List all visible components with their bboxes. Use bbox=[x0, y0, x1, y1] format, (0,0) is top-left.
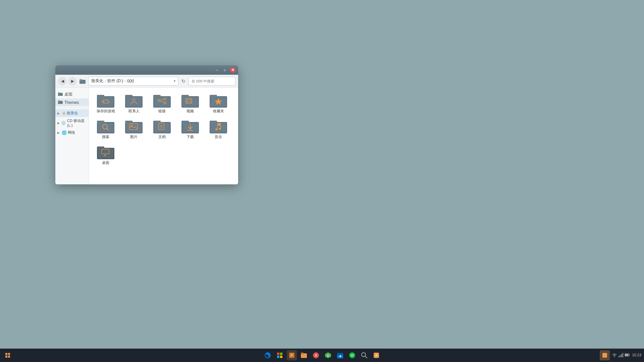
address-part1: 致美化 bbox=[91, 78, 103, 84]
file-item-pictures[interactable]: 图片 bbox=[120, 117, 147, 141]
file-manager-window: − + ✕ ◀ ▶ 致美化 › 软件 (D:) › 000 bbox=[55, 65, 238, 184]
svg-rect-3 bbox=[58, 93, 60, 94]
taskbar-search2[interactable] bbox=[359, 350, 369, 360]
svg-text:M: M bbox=[327, 354, 329, 357]
expand-arrow-zhimeihua: ▶ bbox=[57, 112, 61, 115]
folder-icon-search bbox=[97, 119, 114, 133]
file-label-video: 视频 bbox=[186, 109, 194, 113]
window-controls: − + ✕ bbox=[214, 67, 235, 73]
maximize-button[interactable]: + bbox=[222, 67, 227, 73]
taskbar-app5[interactable]: A bbox=[311, 350, 321, 360]
file-item-links[interactable]: 链接 bbox=[149, 91, 175, 115]
address-dropdown-arrow[interactable]: ▾ bbox=[174, 79, 175, 83]
address-part2: 软件 (D:) bbox=[107, 78, 123, 84]
wifi-icon bbox=[612, 352, 617, 359]
system-tray-icons bbox=[612, 352, 630, 359]
file-label-downloads: 下载 bbox=[186, 135, 194, 139]
svg-rect-75 bbox=[277, 356, 279, 358]
folder-icon-video bbox=[181, 93, 199, 108]
svg-rect-73 bbox=[277, 353, 279, 355]
file-label-documents: 文档 bbox=[158, 135, 166, 139]
back-button[interactable]: ◀ bbox=[58, 77, 67, 85]
folder-icon-downloads bbox=[181, 119, 199, 133]
taskbar-clock: 15:23 bbox=[632, 353, 641, 358]
battery-icon bbox=[625, 352, 630, 359]
taskbar-tray-app[interactable] bbox=[600, 350, 610, 360]
file-label-search: 搜索 bbox=[102, 135, 109, 139]
folder-icon-links bbox=[153, 93, 171, 108]
address-bar[interactable]: 致美化 › 软件 (D:) › 000 ▾ bbox=[88, 77, 178, 85]
sidebar-item-desktop[interactable]: 桌面 bbox=[55, 90, 89, 99]
file-item-contacts[interactable]: 联系人 bbox=[120, 91, 147, 115]
start-button[interactable] bbox=[3, 350, 13, 360]
file-item-downloads[interactable]: 下载 bbox=[177, 117, 204, 141]
svg-text:A: A bbox=[375, 354, 378, 357]
taskbar: P A M ◉ W A bbox=[0, 349, 644, 362]
taskbar-center: P A M ◉ W A bbox=[263, 350, 381, 360]
svg-rect-101 bbox=[625, 354, 628, 356]
svg-point-90 bbox=[362, 353, 366, 357]
sidebar-tree-cd[interactable]: ▶ 💿 CD 驱动器 (L:) bbox=[55, 117, 89, 129]
taskbar-files[interactable] bbox=[299, 350, 309, 360]
taskbar-edge[interactable] bbox=[263, 350, 273, 360]
taskbar-app3[interactable]: P bbox=[287, 350, 297, 360]
refresh-button[interactable]: ↻ bbox=[180, 77, 187, 85]
folder-icon-desktop-folder bbox=[97, 144, 114, 159]
folder-icon bbox=[79, 77, 86, 85]
svg-rect-69 bbox=[98, 148, 114, 159]
svg-point-12 bbox=[107, 101, 108, 101]
sidebar-tree-zhimeihua[interactable]: ▶ 🖥 致美化 bbox=[55, 109, 89, 117]
svg-text:P: P bbox=[291, 354, 293, 357]
forward-button[interactable]: ▶ bbox=[68, 77, 77, 85]
file-item-favorites[interactable]: 收藏夹 bbox=[205, 91, 232, 115]
monitor-icon: 🖥 bbox=[62, 111, 66, 116]
sidebar-divider bbox=[55, 108, 89, 108]
folder-icon-documents bbox=[153, 119, 171, 133]
svg-rect-8 bbox=[98, 97, 114, 107]
folder-icon-pictures bbox=[125, 119, 143, 133]
file-label-pictures: 图片 bbox=[130, 135, 138, 139]
file-label-desktop-folder: 桌面 bbox=[102, 161, 109, 165]
folder-icon-favorites bbox=[210, 93, 227, 108]
sidebar-item-themes[interactable]: Themes bbox=[55, 99, 89, 106]
svg-text:W: W bbox=[351, 353, 354, 357]
expand-arrow-network: ▶ bbox=[57, 131, 61, 134]
file-item-music[interactable]: 音乐 bbox=[205, 117, 232, 141]
file-label-contacts: 联系人 bbox=[128, 109, 140, 113]
file-item-desktop-folder[interactable]: 桌面 bbox=[92, 142, 119, 167]
network-icon: 🌐 bbox=[62, 130, 67, 135]
address-part3: 000 bbox=[127, 79, 134, 83]
svg-rect-94 bbox=[602, 353, 607, 358]
search-input[interactable] bbox=[189, 77, 235, 85]
file-item-saved-games[interactable]: 保存的游戏 bbox=[92, 91, 119, 115]
sidebar: 桌面 Themes ▶ 🖥 致美化 bbox=[55, 87, 89, 184]
close-button[interactable]: ✕ bbox=[230, 67, 235, 73]
svg-rect-76 bbox=[280, 356, 282, 358]
file-item-documents[interactable]: 文档 bbox=[149, 117, 175, 141]
svg-point-66 bbox=[219, 128, 221, 130]
sidebar-tree-network[interactable]: ▶ 🌐 网络 bbox=[55, 129, 89, 136]
file-label-music: 音乐 bbox=[215, 135, 222, 139]
folder-icon-small bbox=[58, 92, 63, 97]
svg-point-13 bbox=[108, 102, 109, 102]
svg-point-65 bbox=[215, 128, 217, 130]
svg-rect-74 bbox=[280, 353, 282, 355]
file-label-favorites: 收藏夹 bbox=[213, 109, 224, 113]
taskbar-wechat[interactable]: W bbox=[347, 350, 357, 360]
svg-text:A: A bbox=[315, 354, 317, 357]
taskbar-maps[interactable]: M bbox=[323, 350, 333, 360]
tree-label-zhimeihua: 致美化 bbox=[67, 111, 78, 116]
minimize-button[interactable]: − bbox=[214, 67, 219, 73]
taskbar-app10[interactable]: A bbox=[371, 350, 381, 360]
file-grid: 保存的游戏 联系人 bbox=[89, 87, 238, 184]
file-item-video[interactable]: 视频 bbox=[177, 91, 204, 115]
folder-icon-themes bbox=[58, 100, 63, 105]
taskbar-store[interactable] bbox=[275, 350, 285, 360]
svg-rect-95 bbox=[619, 356, 619, 357]
file-item-search[interactable]: 搜索 bbox=[92, 117, 119, 141]
svg-rect-5 bbox=[58, 101, 60, 102]
sidebar-label-themes: Themes bbox=[64, 100, 79, 105]
taskbar-right: 15:23 bbox=[600, 350, 641, 360]
taskbar-calendar[interactable]: ◉ bbox=[335, 350, 345, 360]
svg-rect-98 bbox=[623, 353, 623, 357]
